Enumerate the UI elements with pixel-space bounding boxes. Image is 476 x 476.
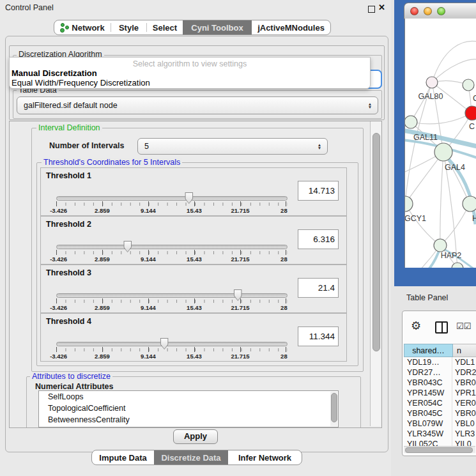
column-header-name[interactable]: n: [453, 344, 476, 357]
list-item[interactable]: SelfLoops: [39, 391, 338, 403]
tab-discretize-data[interactable]: Discretize Data: [154, 450, 228, 464]
split-view-icon[interactable]: [435, 321, 448, 334]
tab-jactive-label: jActiveMNodules: [257, 23, 325, 33]
app-root: Control Panel ✕ Network Style Select Cyn…: [0, 0, 476, 476]
tab-infer-network[interactable]: Infer Network: [228, 450, 302, 464]
node-gcy1[interactable]: [405, 196, 413, 211]
threshold-3-value-field[interactable]: 21.4: [298, 278, 339, 298]
algorithm-hint: Select algorithm to view settings: [10, 59, 370, 68]
panel-title: Control Panel: [5, 3, 54, 12]
slider-track[interactable]: [56, 245, 288, 249]
table-panel-title: Table Panel: [406, 293, 448, 302]
threshold-2-box: Threshold 2 -3.4262.859 9.14415.43 21.71…: [40, 216, 347, 265]
gear-icon[interactable]: ⚙: [411, 320, 421, 332]
tab-impute-label: Impute Data: [99, 453, 146, 463]
slider-track[interactable]: [56, 342, 288, 346]
table-row[interactable]: YDR27…YDR2: [404, 367, 476, 378]
settings-scrollpane: Interval Definition Number of Intervals …: [9, 121, 382, 428]
tab-infer-label: Infer Network: [238, 453, 291, 463]
threshold-4-box: Threshold 4 -3.4262.859 9.14415.43 21.71…: [40, 313, 347, 362]
threshold-2-slider[interactable]: -3.4262.859 9.14415.43 21.71528: [56, 240, 286, 263]
apply-button[interactable]: Apply: [173, 429, 218, 444]
scrollbar-thumb[interactable]: [372, 133, 380, 351]
network-icon: [60, 23, 68, 32]
table-data-combobox[interactable]: galFiltered.sif default node ▲▼: [17, 96, 378, 114]
node-label: H: [472, 214, 476, 223]
table-row[interactable]: YBL079WYBL0: [404, 418, 476, 429]
tab-style-label: Style: [119, 23, 139, 33]
threshold-2-label: Threshold 2: [46, 220, 91, 229]
list-scrollbar[interactable]: [330, 392, 337, 426]
threshold-1-box: Threshold 1 -3.4262.859 9.14415.43 21.71…: [40, 167, 347, 216]
select-columns-icon[interactable]: ☑☑: [456, 321, 471, 331]
tab-network[interactable]: Network: [54, 20, 111, 35]
option-manual-discretization[interactable]: Manual Discretization: [12, 68, 97, 78]
node-gal11[interactable]: [405, 116, 417, 128]
table-row[interactable]: YBR045CYBR0: [404, 408, 476, 418]
table-row[interactable]: YPR145WYPR1: [404, 388, 476, 398]
node-partial-top[interactable]: [463, 79, 474, 91]
threshold-1-slider[interactable]: -3.4262.859 9.14415.43 21.71528: [56, 191, 286, 214]
threshold-4-value-field[interactable]: 11.344: [298, 326, 339, 346]
slider-ticks: [56, 203, 288, 206]
list-item[interactable]: TopologicalCoefficient: [39, 403, 338, 414]
node-hap2[interactable]: [434, 239, 447, 252]
slider-ticks: [56, 251, 288, 254]
zoom-traffic-light[interactable]: [437, 7, 445, 15]
table-row[interactable]: YLR345WYLR3: [404, 429, 476, 439]
node-h-partial[interactable]: [463, 196, 476, 211]
minimize-traffic-light[interactable]: [424, 7, 432, 15]
node-gal4[interactable]: [434, 143, 452, 161]
tab-select[interactable]: Select: [147, 20, 183, 35]
option-equal-width-frequency[interactable]: Equal Width/Frequency Discretization: [12, 78, 150, 88]
table-row[interactable]: YBR043CYBR0: [404, 378, 476, 388]
table-rows: YDL19…YDL1 YDR27…YDR2 YBR043CYBR0 YPR145…: [404, 357, 476, 446]
tab-select-label: Select: [153, 23, 177, 33]
node-label: G: [473, 94, 476, 103]
close-traffic-light[interactable]: [410, 7, 418, 15]
settings-scrollbar[interactable]: [370, 121, 381, 426]
float-window-icon[interactable]: [368, 6, 375, 13]
table-row[interactable]: YDL19…YDL1: [404, 357, 476, 367]
tab-discretize-label: Discretize Data: [161, 453, 220, 463]
table-row[interactable]: YIL052CYIL0: [404, 439, 476, 446]
node-gal80[interactable]: [426, 77, 438, 88]
network-graph: GAL80 GAL11 GAL4 GCY1 HAP2 G C H: [405, 19, 476, 268]
tab-cyni-label: Cyni Toolbox: [191, 23, 243, 33]
threshold-1-value-field[interactable]: 14.713: [298, 181, 339, 201]
attributes-group-title: Attributes to discretize: [30, 372, 112, 381]
threshold-4-slider[interactable]: -3.4262.859 9.14415.43 21.71528: [56, 337, 286, 360]
algorithm-dropdown: Select algorithm to view settings Manual…: [9, 57, 371, 89]
node-label: GAL11: [413, 133, 438, 142]
table-data-value: galFiltered.sif default node: [17, 101, 365, 110]
network-window-titlebar[interactable]: [404, 3, 476, 19]
network-canvas[interactable]: GAL80 GAL11 GAL4 GCY1 HAP2 G C H: [404, 19, 476, 268]
num-intervals-combobox[interactable]: 5 ▲▼: [137, 138, 328, 155]
node-label: GAL4: [445, 163, 465, 172]
stepper-icon: ▲▼: [315, 143, 324, 150]
thresholds-group-title: Threshold's Coordinates for 5 Intervals: [42, 158, 182, 167]
scrollbar-thumb[interactable]: [405, 447, 473, 453]
threshold-3-slider[interactable]: -3.4262.859 9.14415.43 21.71528: [56, 288, 286, 311]
num-intervals-value: 5: [138, 142, 315, 151]
table-row[interactable]: YER054CYER0: [404, 398, 476, 408]
attributes-list[interactable]: SelfLoops TopologicalCoefficient Between…: [38, 390, 339, 427]
close-icon[interactable]: ✕: [378, 3, 385, 12]
stepper-icon: ▲▼: [365, 102, 374, 109]
node-highlighted-red[interactable]: [465, 106, 476, 120]
bottom-tab-bar: Impute Data Discretize Data Infer Networ…: [91, 450, 302, 465]
table-horizontal-scrollbar[interactable]: [404, 446, 475, 453]
list-item[interactable]: BetweennessCentrality: [39, 414, 338, 426]
interval-group-title: Interval Definition: [36, 124, 102, 132]
tab-style[interactable]: Style: [111, 20, 146, 35]
slider-track[interactable]: [56, 293, 288, 298]
slider-ticks: [56, 348, 288, 351]
threshold-1-label: Threshold 1: [46, 171, 91, 180]
tab-impute-data[interactable]: Impute Data: [92, 450, 154, 464]
tab-cyni-toolbox[interactable]: Cyni Toolbox: [183, 20, 252, 35]
tab-jactivemnodules[interactable]: jActiveMNodules: [252, 20, 330, 35]
slider-track[interactable]: [56, 196, 288, 201]
node-label: C: [469, 122, 475, 131]
column-header-shared-name[interactable]: shared…: [404, 344, 453, 357]
threshold-2-value-field[interactable]: 6.316: [298, 229, 339, 249]
